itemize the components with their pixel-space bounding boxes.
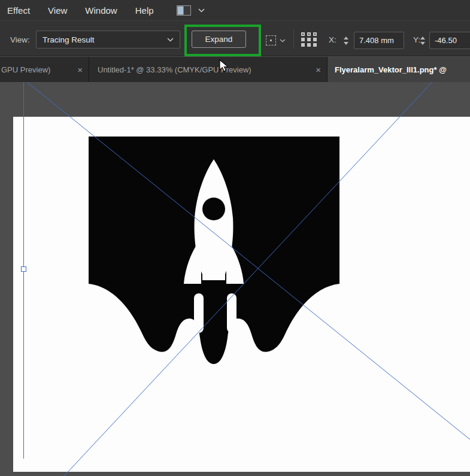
transform-reference-icon[interactable] — [266, 35, 276, 46]
menu-item-view[interactable]: View — [48, 5, 67, 16]
arrange-documents-icon[interactable] — [177, 5, 191, 16]
x-coordinate-label: X: — [329, 35, 336, 44]
tab-close-icon[interactable]: × — [77, 65, 83, 75]
traced-rocket-image[interactable] — [89, 137, 339, 455]
illustrator-window: Effect View Window Help View: Tracing Re… — [0, 0, 470, 476]
menu-item-help[interactable]: Help — [135, 5, 154, 16]
document-tab-1[interactable]: GPU Preview) × — [0, 57, 89, 82]
dropdown-chevron-icon — [167, 38, 174, 42]
tracing-view-value: Tracing Result — [43, 35, 95, 44]
document-tab-1-label: GPU Preview) — [1, 65, 50, 74]
document-tab-3-label: Flyeralarm_Vektor_Ill1.png* @ — [335, 65, 447, 74]
control-bar: View: Tracing Result Expand — [0, 20, 470, 56]
y-stepper-up-icon[interactable] — [420, 37, 425, 40]
document-tab-bar: GPU Preview) × Untitled-1* @ 33.33% (CMY… — [0, 57, 470, 82]
expand-button[interactable]: Expand — [192, 31, 246, 48]
transform-chevron-icon[interactable] — [280, 39, 286, 43]
grid-icon[interactable] — [301, 32, 317, 47]
menu-item-effect[interactable]: Effect — [7, 5, 30, 16]
x-coordinate-input[interactable] — [354, 32, 404, 49]
x-stepper[interactable] — [342, 33, 350, 48]
canvas-area[interactable] — [0, 82, 470, 476]
mouse-cursor — [219, 59, 229, 73]
view-label: View: — [10, 35, 30, 44]
x-stepper-down-icon[interactable] — [344, 42, 348, 45]
menu-chevron-down-icon[interactable] — [198, 8, 205, 13]
document-tab-2[interactable]: Untitled-1* @ 33.33% (CMYK/GPU Preview) … — [89, 57, 328, 82]
menu-bar: Effect View Window Help — [0, 0, 470, 20]
menu-item-window[interactable]: Window — [85, 5, 117, 16]
y-coordinate-input[interactable] — [429, 32, 470, 49]
toolbar-divider — [293, 29, 294, 49]
tab-close-icon[interactable]: × — [316, 65, 321, 75]
tracing-view-dropdown[interactable]: Tracing Result — [36, 31, 180, 48]
y-stepper[interactable] — [419, 33, 426, 48]
y-stepper-down-icon[interactable] — [420, 42, 425, 45]
document-tab-3-active[interactable]: Flyeralarm_Vektor_Ill1.png* @ — [328, 57, 470, 82]
x-stepper-up-icon[interactable] — [344, 37, 348, 40]
